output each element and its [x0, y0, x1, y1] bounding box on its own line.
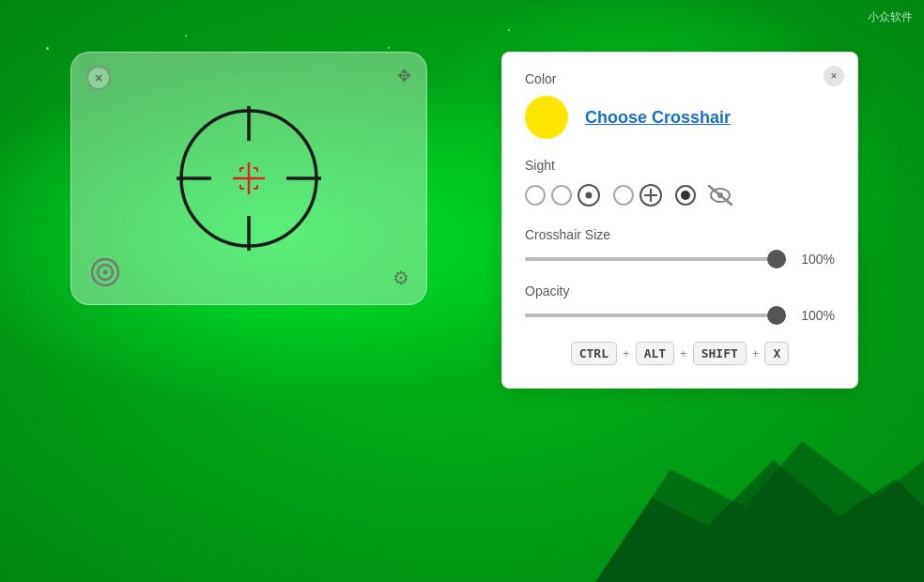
sep-2: + [680, 346, 687, 360]
color-swatch[interactable] [525, 96, 568, 139]
target-icon-svg [88, 255, 122, 289]
sight-radio-dot[interactable] [551, 185, 572, 206]
crosshair-display [160, 89, 338, 268]
panel-close-button[interactable]: × [824, 66, 844, 86]
watermark: 小众软件 [868, 9, 913, 25]
sight-option-hidden[interactable] [705, 182, 735, 208]
sight-option-plain[interactable] [525, 185, 546, 206]
crosshair-size-slider[interactable] [525, 257, 786, 261]
sight-radio-inner [681, 191, 690, 200]
sight-plus-icon [638, 182, 664, 208]
svg-point-19 [103, 270, 108, 275]
mountain-silhouette [595, 413, 924, 582]
sight-options [525, 182, 835, 208]
sep-3: + [752, 346, 760, 360]
crosshair-svg [160, 89, 338, 268]
sight-label: Sight [525, 158, 835, 173]
shortcut-alt: ALT [636, 342, 674, 365]
shortcut-bar: CTRL + ALT + SHIFT + X [525, 342, 835, 365]
sight-radio-filled[interactable] [675, 185, 696, 206]
crosshair-size-label: Crosshair Size [525, 227, 835, 242]
color-row: Choose Crosshair [525, 96, 835, 139]
sight-dot-icon [576, 182, 602, 208]
widget-close-button[interactable]: × [86, 66, 111, 90]
sight-option-dot[interactable] [551, 182, 602, 208]
opacity-row: 100% [525, 308, 835, 323]
svg-point-21 [586, 192, 593, 199]
opacity-section: Opacity 100% [525, 283, 835, 323]
sep-1: + [623, 346, 630, 360]
sight-section: Sight [525, 158, 835, 208]
widget-target-icon[interactable] [88, 255, 122, 289]
choose-crosshair-link[interactable]: Choose Crosshair [585, 108, 731, 128]
settings-panel: × Color Choose Crosshair Sight [501, 52, 858, 389]
sight-option-plus[interactable] [613, 182, 664, 208]
opacity-value: 100% [797, 308, 835, 323]
crosshair-size-value: 100% [797, 252, 835, 267]
svg-marker-1 [595, 460, 924, 582]
opacity-label: Opacity [525, 283, 835, 299]
sight-hidden-icon [705, 182, 735, 208]
shortcut-x: X [764, 342, 789, 365]
color-label: Color [525, 71, 835, 86]
sight-option-filled[interactable] [675, 185, 696, 206]
widget-move-handle[interactable]: ✥ [397, 66, 411, 86]
sight-radio-plus[interactable] [613, 185, 634, 206]
shortcut-shift: SHIFT [693, 342, 747, 365]
opacity-slider[interactable] [525, 314, 786, 317]
crosshair-size-section: Crosshair Size 100% [525, 227, 835, 267]
crosshair-size-row: 100% [525, 252, 835, 267]
shortcut-ctrl: CTRL [571, 342, 617, 365]
crosshair-widget: × ✥ [70, 52, 427, 305]
widget-settings-button[interactable]: ⚙ [393, 267, 409, 289]
sight-radio-plain[interactable] [525, 185, 546, 206]
